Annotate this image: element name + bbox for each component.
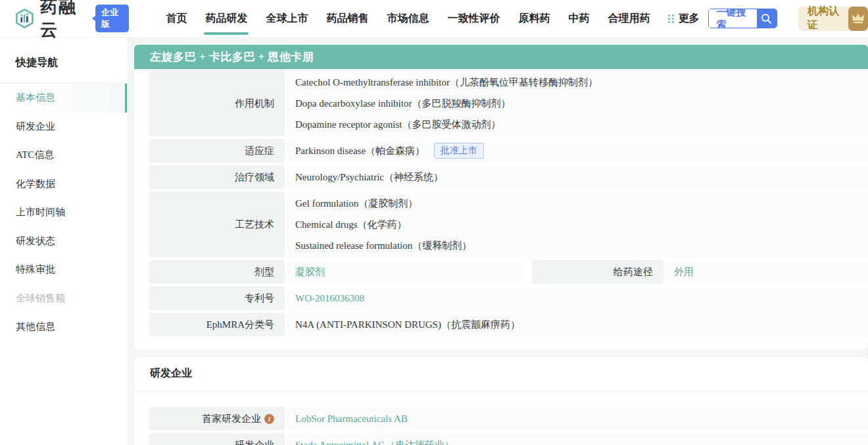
patent-link[interactable]: WO-2016036308	[295, 293, 364, 304]
route-label: 给药途径	[532, 260, 663, 284]
mechanism-label: 作用机制	[149, 70, 285, 136]
mechanism-values: Catechol O-methyltransferase inhibitor（儿…	[287, 70, 868, 136]
therapy-area-label: 治疗领域	[149, 165, 285, 189]
technology-row: 工艺技术 Gel formulation（凝胶制剂） Chemical drug…	[149, 192, 868, 257]
mechanism-value-3: Dopamine receptor agonist（多巴胺受体激动剂）	[295, 114, 500, 135]
ephmra-label: EphMRA分类号	[149, 313, 285, 336]
first-developer-label: 首家研发企业	[202, 413, 261, 425]
technology-value-1: Gel formulation（凝胶制剂）	[295, 193, 418, 214]
nav-api[interactable]: 原料药	[509, 0, 559, 37]
sidebar-item-global-sales: 全球销售额	[0, 284, 127, 313]
nav-home[interactable]: 首页	[157, 0, 196, 37]
ephmra-value: N4A (ANTI-PARKINSON DRUGS)（抗震颤麻痹药）	[287, 313, 868, 336]
sidebar-item-chem-data[interactable]: 化学数据	[0, 170, 127, 199]
sidebar-item-dev-company[interactable]: 研发企业	[0, 113, 127, 142]
crown-badge-icon	[848, 7, 868, 31]
technology-value-3: Sustained release formulation（缓释制剂）	[295, 235, 471, 256]
sidebar-item-launch-timeline[interactable]: 上市时间轴	[0, 198, 127, 227]
search-icon	[761, 13, 772, 24]
dosage-form-label: 剂型	[149, 260, 285, 284]
technology-values: Gel formulation（凝胶制剂） Chemical drugs（化学药…	[287, 192, 868, 257]
mechanism-row: 作用机制 Catechol O-methyltransferase inhibi…	[149, 70, 868, 136]
info-icon[interactable]: i	[264, 414, 274, 424]
patent-label: 专利号	[149, 286, 285, 310]
therapy-area-value: Neurology/Psychiatric（神经系统）	[287, 165, 868, 189]
sidebar-item-atc-info[interactable]: ATC信息	[0, 141, 127, 170]
nav-global-launch[interactable]: 全球上市	[256, 0, 317, 37]
org-certification-label: 机构认证	[798, 7, 851, 31]
patent-value-cell: WO-2016036308	[287, 286, 868, 310]
mechanism-value-2: Dopa decarboxylase inhibitor（多巴脱羧酶抑制剂）	[295, 93, 510, 114]
dosage-form-value-cell: 凝胶剂	[287, 260, 524, 284]
dev-company-card: 研发企业 首家研发企业 i LobSor Pharmaceuticals AB …	[134, 357, 868, 445]
main-nav: 首页 药品研发 全球上市 药品销售 市场信息 一致性评价 原料药 中药 合理用药…	[157, 0, 708, 37]
developer-row: 研发企业 Stada Arzneimittel AG（史达德药业）	[149, 433, 868, 445]
nav-consistency-eval[interactable]: 一致性评价	[438, 0, 509, 37]
indication-row: 适应症 Parkinson disease（帕金森病） 批准上市	[149, 139, 868, 163]
indication-value: Parkinson disease（帕金森病）	[295, 145, 425, 157]
drug-name-title: 左旋多巴 + 卡比多巴 + 恩他卡朋	[150, 49, 314, 65]
dosage-route-row: 剂型 凝胶剂 给药途径 外用	[149, 260, 868, 284]
dev-section-title: 研发企业	[134, 367, 868, 390]
nav-more-label: 更多	[678, 12, 699, 26]
indication-label: 适应症	[149, 139, 285, 163]
route-link[interactable]: 外用	[674, 266, 694, 278]
therapy-area-row: 治疗领域 Neurology/Psychiatric（神经系统）	[149, 165, 868, 189]
top-navbar: 药融云 企业版 首页 药品研发 全球上市 药品销售 市场信息 一致性评价 原料药…	[0, 0, 868, 38]
quick-nav-sidebar: 快捷导航 基本信息 研发企业 ATC信息 化学数据 上市时间轴 研发状态 特殊审…	[0, 38, 127, 445]
first-developer-link[interactable]: LobSor Pharmaceuticals AB	[295, 413, 408, 425]
first-developer-label-cell: 首家研发企业 i	[149, 407, 285, 431]
indication-value-cell: Parkinson disease（帕金森病） 批准上市	[287, 139, 868, 163]
enterprise-badge: 企业版	[95, 5, 129, 32]
brand-hexagon-icon	[14, 7, 35, 30]
developer-label: 研发企业	[149, 433, 285, 445]
sidebar-item-other-info[interactable]: 其他信息	[0, 313, 127, 342]
drug-title-banner: 左旋多巴 + 卡比多巴 + 恩他卡朋	[134, 45, 868, 69]
developer-value-cell: Stada Arzneimittel AG（史达德药业）	[287, 433, 868, 445]
technology-label: 工艺技术	[149, 192, 285, 257]
sidebar-title: 快捷导航	[0, 38, 127, 83]
nav-more[interactable]: 更多	[659, 0, 708, 37]
quick-search-label: 一键搜索	[709, 9, 756, 28]
developer-link[interactable]: Stada Arzneimittel AG（史达德药业）	[295, 439, 454, 445]
sidebar-item-rnd-status[interactable]: 研发状态	[0, 227, 127, 256]
nav-market-info[interactable]: 市场信息	[377, 0, 438, 37]
header-right: 一键搜索 机构认证	[708, 7, 868, 31]
patent-row: 专利号 WO-2016036308	[149, 286, 868, 310]
first-developer-row: 首家研发企业 i LobSor Pharmaceuticals AB	[149, 407, 868, 431]
route-value-cell: 外用	[666, 260, 868, 284]
dosage-form-link[interactable]: 凝胶剂	[295, 266, 325, 278]
mechanism-value-1: Catechol O-methyltransferase inhibitor（儿…	[295, 72, 598, 93]
org-certification[interactable]: 机构认证	[798, 7, 868, 31]
logo[interactable]: 药融云 企业版	[14, 0, 129, 41]
technology-value-2: Chemical drugs（化学药）	[295, 214, 407, 235]
main-content: 左旋多巴 + 卡比多巴 + 恩他卡朋 作用机制 Catechol O-methy…	[127, 38, 868, 445]
nav-rational-use[interactable]: 合理用药	[598, 0, 659, 37]
nav-drug-sales[interactable]: 药品销售	[317, 0, 377, 37]
grid-dots-icon	[668, 14, 675, 23]
sidebar-item-basic-info[interactable]: 基本信息	[0, 84, 127, 113]
approved-launch-badge[interactable]: 批准上市	[434, 143, 484, 159]
sidebar-item-special-approval[interactable]: 特殊审批	[0, 255, 127, 284]
logo-text: 药融云	[40, 0, 87, 41]
first-developer-value-cell: LobSor Pharmaceuticals AB	[287, 407, 868, 431]
quick-search[interactable]: 一键搜索	[708, 9, 777, 28]
search-button[interactable]	[757, 9, 777, 28]
nav-drug-rnd[interactable]: 药品研发	[196, 0, 256, 37]
nav-tcm[interactable]: 中药	[559, 0, 598, 37]
ephmra-row: EphMRA分类号 N4A (ANTI-PARKINSON DRUGS)（抗震颤…	[149, 313, 868, 336]
basic-info-card: 作用机制 Catechol O-methyltransferase inhibi…	[134, 69, 868, 350]
